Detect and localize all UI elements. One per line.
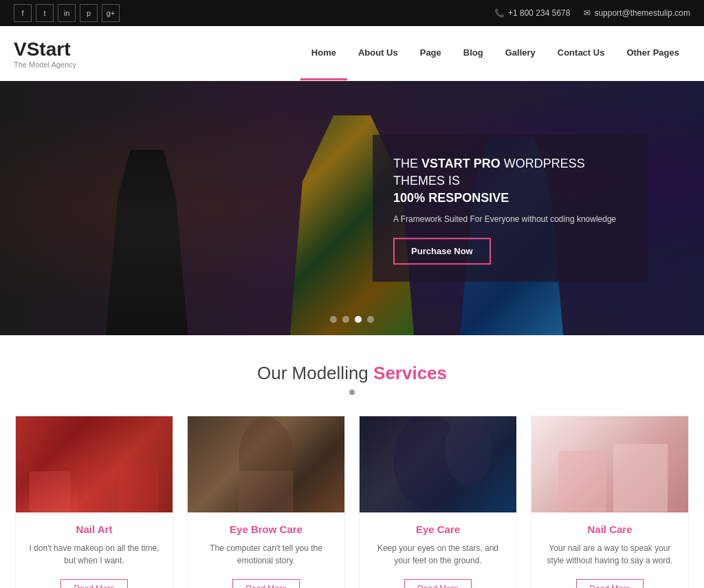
eyecare-title: Eye Care	[369, 523, 507, 535]
dot-3[interactable]	[355, 316, 362, 323]
contact-info: 📞 +1 800 234 5678 ✉ support@themestulip.…	[494, 8, 690, 18]
figure-left	[106, 150, 188, 335]
svg-rect-2	[118, 464, 159, 512]
linkedin-icon[interactable]: in	[58, 4, 76, 22]
hero-subtext: A Framework Suited For Everyone without …	[393, 214, 627, 224]
section-divider	[14, 389, 690, 395]
hero-section: THE VSTART PRO WORDPRESS THEMES IS100% R…	[0, 81, 704, 335]
nailcare-desc: Your nail are a way to speak your style …	[541, 542, 679, 569]
nav-blog[interactable]: Blog	[452, 26, 494, 80]
services-section: Our Modelling Services Nail Art I don't	[0, 335, 704, 588]
eyebrow-desc: The computer can't tell you the emotiona…	[197, 542, 335, 569]
googleplus-icon[interactable]: g+	[102, 4, 120, 22]
hero-headline: THE VSTART PRO WORDPRESS THEMES IS100% R…	[393, 155, 627, 207]
nail-art-desc: I don't have makeup on all the time, but…	[25, 542, 163, 569]
eyebrow-title: Eye Brow Care	[197, 523, 335, 535]
email-icon: ✉	[584, 8, 591, 18]
eyebrow-image	[188, 416, 344, 512]
nav-home[interactable]: Home	[300, 26, 347, 80]
hero-headline-text: THE VSTART PRO WORDPRESS THEMES IS100% R…	[393, 157, 585, 205]
card-image-nailcare	[531, 416, 688, 512]
dot-2[interactable]	[342, 316, 349, 323]
svg-rect-7	[559, 451, 606, 512]
nav-about[interactable]: About Us	[347, 26, 409, 80]
eyecare-desc: Keep your eyes on the stars, and your fe…	[369, 542, 507, 569]
svg-rect-8	[613, 444, 668, 512]
hero-text-box: THE VSTART PRO WORDPRESS THEMES IS100% R…	[373, 135, 648, 282]
svg-rect-4	[239, 471, 293, 512]
top-bar: f t in p g+ 📞 +1 800 234 5678 ✉ support@…	[0, 0, 704, 26]
main-nav: Home About Us Page Blog Gallery Contact …	[300, 26, 690, 80]
service-card-nailcare: Nail Care Your nail are a way to speak y…	[531, 416, 689, 588]
services-grid: Nail Art I don't have makeup on all the …	[15, 416, 689, 588]
pinterest-icon[interactable]: p	[80, 4, 98, 22]
logo-subtitle: The Model Agency	[14, 60, 76, 69]
card-image-eyebrow	[188, 416, 344, 512]
section-title-text: Our Modelling Services	[257, 363, 447, 383]
header: VStart The Model Agency Home About Us Pa…	[0, 26, 704, 81]
divider-dot	[349, 389, 355, 395]
nav-contact[interactable]: Contact Us	[547, 26, 616, 80]
nail-art-read-more[interactable]: Read More	[60, 579, 127, 588]
phone-info: 📞 +1 800 234 5678	[494, 8, 570, 18]
svg-point-6	[445, 417, 492, 485]
service-card-eyebrow: Eye Brow Care The computer can't tell yo…	[187, 416, 345, 588]
nail-art-title: Nail Art	[25, 523, 163, 535]
eyecare-body: Eye Care Keep your eyes on the stars, an…	[360, 512, 516, 588]
eyebrow-body: Eye Brow Care The computer can't tell yo…	[188, 512, 344, 588]
svg-rect-0	[30, 471, 70, 512]
nav-page[interactable]: Page	[409, 26, 452, 80]
email-info: ✉ support@themestulip.com	[584, 8, 690, 18]
slider-dots	[330, 316, 374, 323]
dot-1[interactable]	[330, 316, 337, 323]
dot-4[interactable]	[367, 316, 374, 323]
svg-rect-1	[77, 457, 111, 512]
eyecare-image	[360, 416, 516, 512]
facebook-icon[interactable]: f	[14, 4, 32, 22]
twitter-icon[interactable]: t	[36, 4, 54, 22]
service-card-nail-art: Nail Art I don't have makeup on all the …	[15, 416, 173, 588]
section-title: Our Modelling Services	[14, 363, 690, 384]
phone-number: +1 800 234 5678	[508, 8, 570, 18]
hero-background: THE VSTART PRO WORDPRESS THEMES IS100% R…	[0, 81, 704, 335]
nailcare-read-more[interactable]: Read More	[576, 579, 643, 588]
nail-art-body: Nail Art I don't have makeup on all the …	[16, 512, 173, 588]
social-icons: f t in p g+	[14, 4, 120, 22]
card-image-nail-art	[16, 416, 173, 512]
eyebrow-read-more[interactable]: Read More	[232, 579, 299, 588]
service-card-eyecare: Eye Care Keep your eyes on the stars, an…	[359, 416, 517, 588]
purchase-now-button[interactable]: Purchase Now	[393, 238, 491, 264]
logo: VStart The Model Agency	[14, 38, 76, 69]
section-title-highlight: Services	[373, 363, 447, 383]
nailcare-body: Nail Care Your nail are a way to speak y…	[531, 512, 688, 588]
nav-gallery[interactable]: Gallery	[494, 26, 547, 80]
phone-icon: 📞	[494, 8, 505, 18]
card-image-eyecare	[360, 416, 516, 512]
logo-title: VStart	[14, 38, 76, 60]
eyecare-read-more[interactable]: Read More	[404, 579, 471, 588]
nailcare-title: Nail Care	[541, 523, 679, 535]
nailcare-image	[531, 416, 688, 512]
section-title-part1: Our Modelling	[257, 363, 373, 383]
email-address: support@themestulip.com	[594, 8, 690, 18]
nav-other[interactable]: Other Pages	[615, 26, 690, 80]
nail-art-image	[16, 416, 173, 512]
